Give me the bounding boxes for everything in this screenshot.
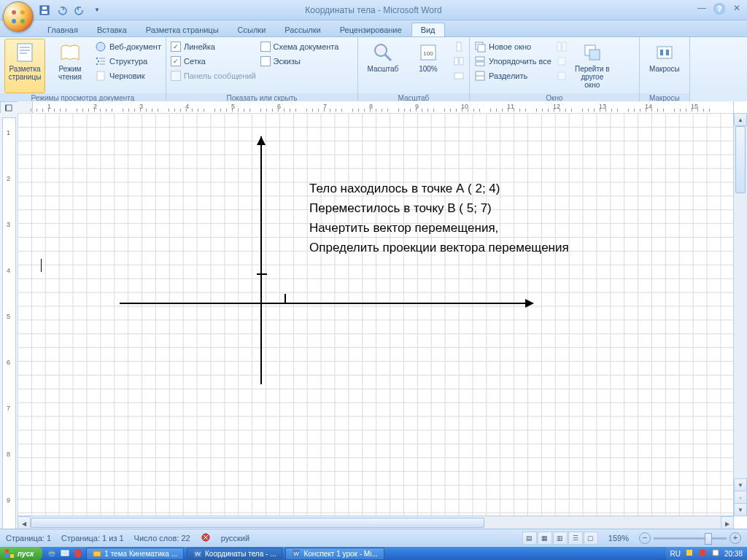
- scroll-up-icon[interactable]: ▲: [734, 113, 747, 126]
- task-word-1[interactable]: WКоординаты тела - ...: [187, 548, 282, 560]
- close-button[interactable]: ✕: [731, 3, 743, 13]
- view-web[interactable]: Веб-документ: [95, 40, 161, 53]
- tray-icon-1[interactable]: [685, 548, 694, 559]
- svg-text:100: 100: [423, 50, 433, 57]
- group-views: Разметка страницы Режим чтения Веб-докум…: [0, 37, 166, 103]
- x-axis: [120, 303, 528, 304]
- redo-icon[interactable]: [73, 4, 86, 17]
- zoom-track[interactable]: [654, 537, 727, 540]
- win-split[interactable]: Разделить: [474, 69, 551, 82]
- scroll-thumb-v[interactable]: [735, 126, 746, 193]
- svg-rect-30: [476, 62, 484, 66]
- help-button[interactable]: ?: [713, 3, 725, 15]
- y-axis-arrow-icon: [257, 132, 266, 145]
- zoom-pagewidth[interactable]: [453, 69, 465, 82]
- win-switch[interactable]: Перейти в другое окно: [572, 39, 613, 93]
- ql-ie-icon[interactable]: [47, 548, 57, 559]
- tab-review[interactable]: Рецензирование: [330, 23, 411, 36]
- svg-rect-13: [99, 58, 105, 59]
- tab-mailings[interactable]: Рассылки: [275, 23, 330, 36]
- chk-grid[interactable]: ✓Сетка: [171, 55, 256, 68]
- chk-ruler[interactable]: ✓Линейка: [171, 40, 256, 53]
- scrollbar-vertical[interactable]: ▲ ▼ ◦ ▼: [733, 113, 747, 516]
- start-button[interactable]: пуск: [0, 547, 42, 560]
- scroll-left-icon[interactable]: ◀: [18, 516, 31, 529]
- document-area: 123456789101112131415 123456789 Тело нах…: [0, 101, 747, 529]
- grid-overlay: [18, 113, 734, 516]
- tab-insert[interactable]: Вставка: [88, 23, 136, 36]
- zoom-100[interactable]: 100 100%: [408, 39, 449, 93]
- chk-msgbar[interactable]: Панель сообщений: [171, 69, 256, 82]
- zoom-out-icon[interactable]: −: [639, 532, 651, 544]
- viewbtn-web[interactable]: ▥: [553, 532, 568, 545]
- group-macros: Макросы Макросы: [640, 37, 690, 103]
- zoom-button[interactable]: Масштаб: [363, 39, 403, 93]
- status-lang[interactable]: русский: [221, 534, 249, 542]
- svg-rect-24: [454, 58, 458, 65]
- view-draft[interactable]: Черновик: [95, 69, 161, 82]
- svg-point-3: [20, 19, 25, 23]
- macros-button[interactable]: Макросы: [644, 39, 685, 93]
- zoom-twopage[interactable]: [453, 55, 465, 68]
- zoom-slider[interactable]: − +: [639, 532, 741, 544]
- view-outline[interactable]: Структура: [95, 55, 161, 68]
- document-page[interactable]: Тело находилось в точке А ( 2; 4) Переме…: [18, 113, 734, 516]
- zoom-thumb[interactable]: [705, 533, 712, 545]
- tray-icon-3[interactable]: [711, 548, 720, 559]
- save-icon[interactable]: [38, 4, 51, 17]
- svg-rect-38: [589, 50, 600, 60]
- office-button[interactable]: [3, 1, 34, 32]
- svg-line-20: [385, 55, 391, 61]
- viewbtn-print[interactable]: ▤: [522, 532, 537, 545]
- viewbtn-draft[interactable]: ▢: [584, 532, 598, 545]
- ql-opera-icon[interactable]: [73, 548, 83, 559]
- prev-page-icon[interactable]: ◦: [734, 491, 747, 504]
- chk-thumbs[interactable]: Эскизы: [260, 55, 339, 68]
- win-sync: [556, 55, 568, 68]
- zoom-in-icon[interactable]: +: [729, 532, 741, 544]
- tray-lang[interactable]: RU: [670, 550, 681, 558]
- zoom-onepage[interactable]: [453, 40, 465, 53]
- ruler-horizontal[interactable]: 123456789101112131415: [18, 101, 734, 114]
- svg-rect-23: [457, 42, 461, 51]
- tab-home[interactable]: Главная: [38, 23, 88, 36]
- status-proof-icon[interactable]: [201, 532, 211, 544]
- task-word-2[interactable]: WКонспект 1 урок - Mi...: [285, 548, 384, 560]
- next-page-icon[interactable]: ▼: [734, 503, 747, 516]
- svg-rect-14: [98, 61, 99, 62]
- tray-time[interactable]: 20:38: [724, 550, 743, 558]
- tray-icon-2[interactable]: [698, 548, 707, 559]
- viewbtn-outline[interactable]: ☰: [568, 532, 583, 545]
- viewbtn-read[interactable]: ▦: [538, 532, 552, 545]
- qat-dropdown-icon[interactable]: ▼: [90, 4, 104, 17]
- view-reading[interactable]: Режим чтения: [50, 39, 90, 93]
- ribbon-tabs: Главная Вставка Разметка страницы Ссылки…: [0, 20, 747, 37]
- ruler-vertical[interactable]: 123456789: [0, 113, 18, 529]
- task-folder[interactable]: 1 тема Кинематика ...: [86, 548, 184, 560]
- zoom-level[interactable]: 159%: [608, 534, 629, 542]
- status-pageof[interactable]: Страница: 1 из 1: [61, 534, 124, 542]
- scroll-right-icon[interactable]: ▶: [721, 516, 734, 529]
- scroll-thumb-h[interactable]: [31, 518, 484, 528]
- titlebar: ▼ Координаты тела - Microsoft Word — ▢ ✕: [0, 0, 747, 20]
- undo-icon[interactable]: [55, 4, 69, 17]
- svg-rect-10: [20, 52, 27, 54]
- system-tray: RU 20:38: [666, 547, 747, 560]
- scrollbar-horizontal[interactable]: ◀ ▶: [18, 516, 734, 529]
- status-words[interactable]: Число слов: 22: [134, 534, 190, 542]
- minimize-button[interactable]: —: [696, 3, 708, 13]
- text-cursor: [41, 259, 42, 272]
- chk-docmap[interactable]: Схема документа: [260, 40, 339, 53]
- tab-view[interactable]: Вид: [411, 23, 445, 36]
- tab-pagelayout[interactable]: Разметка страницы: [136, 23, 228, 36]
- svg-rect-39: [657, 47, 672, 58]
- tab-references[interactable]: Ссылки: [228, 23, 276, 36]
- x-axis-arrow-icon: [525, 299, 538, 308]
- scroll-down-icon[interactable]: ▼: [734, 478, 747, 491]
- win-new[interactable]: Новое окно: [474, 40, 551, 53]
- status-page[interactable]: Страница: 1: [6, 534, 51, 542]
- view-print-layout[interactable]: Разметка страницы: [4, 39, 45, 93]
- win-arrange[interactable]: Упорядочить все: [474, 55, 551, 68]
- svg-rect-9: [20, 50, 30, 51]
- ql-desktop-icon[interactable]: [60, 548, 70, 559]
